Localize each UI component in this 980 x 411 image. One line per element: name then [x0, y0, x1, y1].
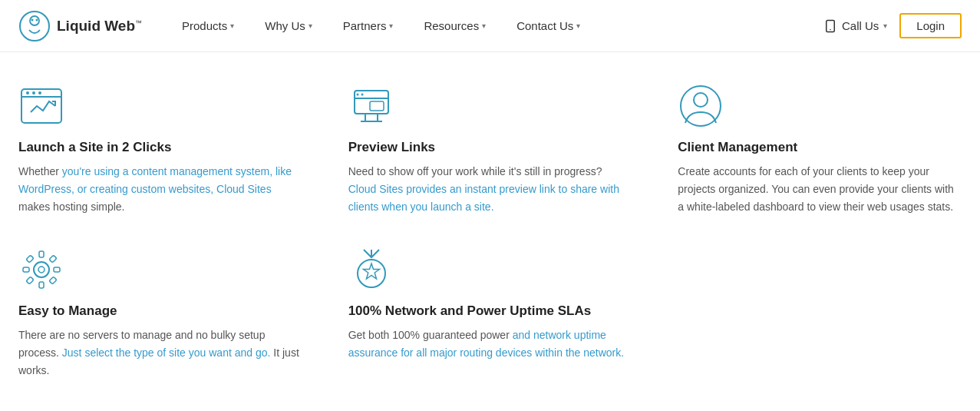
- svg-point-1: [30, 16, 39, 25]
- feature-launch-site-title: Launch a Site in 2 Clicks: [18, 140, 302, 155]
- login-button[interactable]: Login: [899, 13, 962, 38]
- feature-easy-manage-desc: There are no servers to manage and no bu…: [18, 326, 302, 380]
- chevron-down-icon: ▾: [883, 22, 887, 30]
- svg-point-10: [38, 91, 41, 94]
- launch-site-icon: [18, 83, 64, 129]
- svg-marker-33: [363, 264, 379, 279]
- nav-right: Call Us ▾ Login: [823, 13, 962, 38]
- call-us[interactable]: Call Us ▾: [823, 19, 887, 33]
- svg-point-9: [32, 91, 35, 94]
- svg-rect-29: [26, 277, 34, 284]
- svg-rect-25: [23, 267, 29, 272]
- logo-text: Liquid Web™: [57, 18, 142, 35]
- feature-launch-site-desc: Whether you're using a content managemen…: [18, 163, 302, 216]
- feature-preview-links: Preview Links Need to show off your work…: [348, 83, 632, 216]
- feature-client-management-title: Client Management: [678, 140, 962, 155]
- svg-rect-30: [49, 277, 57, 284]
- nav-item-partners[interactable]: Partners ▾: [328, 0, 409, 52]
- logo-icon: [18, 10, 51, 42]
- chevron-down-icon: ▾: [482, 22, 486, 30]
- svg-point-5: [830, 28, 831, 30]
- nav-item-why-us[interactable]: Why Us ▾: [249, 0, 328, 52]
- nav-links: Products ▾ Why Us ▾ Partners ▾ Resources…: [167, 0, 823, 52]
- chevron-down-icon: ▾: [230, 22, 234, 30]
- chevron-down-icon: ▾: [576, 22, 580, 30]
- preview-links-icon: [348, 83, 394, 129]
- feature-preview-links-desc: Need to show off your work while it's st…: [348, 163, 632, 216]
- svg-rect-16: [370, 101, 384, 111]
- nav-item-resources[interactable]: Resources ▾: [408, 0, 501, 52]
- uptime-icon: [348, 247, 394, 293]
- feature-easy-manage-title: Easy to Manage: [18, 303, 302, 319]
- svg-rect-23: [39, 251, 44, 257]
- easy-manage-icon: [18, 247, 64, 293]
- svg-point-20: [694, 93, 708, 107]
- svg-point-22: [38, 267, 45, 273]
- feature-uptime-title: 100% Network and Power Uptime SLAs: [348, 303, 632, 319]
- svg-rect-24: [39, 282, 44, 288]
- nav-item-products[interactable]: Products ▾: [167, 0, 249, 52]
- svg-rect-26: [54, 267, 60, 272]
- feature-uptime-desc: Get both 100% guaranteed power and netwo…: [348, 326, 632, 362]
- features-grid: Launch a Site in 2 Clicks Whether you're…: [18, 83, 962, 380]
- logo[interactable]: Liquid Web™: [18, 10, 142, 42]
- main-content: Launch a Site in 2 Clicks Whether you're…: [0, 52, 980, 411]
- svg-point-18: [361, 94, 363, 96]
- phone-icon: [823, 19, 837, 33]
- nav-item-contact-us[interactable]: Contact Us ▾: [501, 0, 596, 52]
- svg-rect-27: [26, 255, 34, 263]
- feature-easy-manage: Easy to Manage There are no servers to m…: [18, 247, 302, 380]
- chevron-down-icon: ▾: [309, 22, 312, 30]
- svg-point-21: [34, 262, 49, 277]
- svg-point-3: [36, 18, 38, 21]
- feature-client-management: Client Management Create accounts for ea…: [678, 83, 962, 216]
- svg-point-2: [31, 18, 34, 21]
- feature-launch-site: Launch a Site in 2 Clicks Whether you're…: [18, 83, 302, 216]
- svg-rect-28: [49, 255, 57, 263]
- svg-point-8: [26, 91, 29, 94]
- chevron-down-icon: ▾: [389, 22, 393, 30]
- client-management-icon: [678, 83, 724, 129]
- feature-preview-links-title: Preview Links: [348, 140, 632, 155]
- main-nav: Liquid Web™ Products ▾ Why Us ▾ Partners…: [0, 0, 980, 52]
- svg-point-17: [356, 94, 358, 96]
- feature-client-management-desc: Create accounts for each of your clients…: [678, 163, 962, 216]
- feature-uptime: 100% Network and Power Uptime SLAs Get b…: [348, 247, 632, 380]
